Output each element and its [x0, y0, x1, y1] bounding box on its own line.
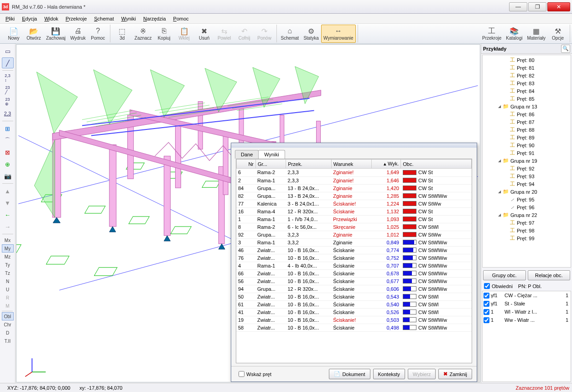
- result-row[interactable]: 66Zwiatr...10 - B 16,0x...Ściskanie0,678…: [236, 269, 472, 277]
- relacje-obc-button[interactable]: Relacje obc.: [528, 270, 571, 280]
- tool-down-icon[interactable]: ▼: [2, 197, 14, 208]
- result-row[interactable]: 50Zwiatr...10 - B 16,0x...Ściskanie0,543…: [236, 293, 472, 300]
- tree-item[interactable]: 工Pręt: 83: [484, 79, 570, 87]
- tool-dim3-icon[interactable]: 23⊕: [2, 96, 14, 107]
- tree-item[interactable]: 工Pręt: 99: [484, 234, 570, 242]
- tool-back-icon[interactable]: ←: [2, 209, 14, 220]
- col-1[interactable]: Gr...: [255, 160, 286, 169]
- nowy-button[interactable]: 📄Nowy: [4, 25, 24, 43]
- results-dialog[interactable]: Dane Wyniki NrGr...Przek.Warunek▴ Wyk.Ob…: [231, 143, 477, 382]
- tree-item[interactable]: 工Pręt: 86: [484, 110, 570, 118]
- tool-camera-icon[interactable]: 📷: [2, 170, 14, 181]
- usun-button[interactable]: ✖Usuń: [194, 25, 214, 43]
- load-cases-list[interactable]: γf1CW - Ciężar ...1γf1St - Stałe11Wl - W…: [482, 291, 571, 382]
- materialy-button[interactable]: ▦Materiały: [525, 25, 548, 43]
- left-tz[interactable]: Tz: [2, 269, 14, 277]
- result-row[interactable]: 56Zwiatr...10 - B 16,0x...Ściskanie0,677…: [236, 277, 472, 285]
- tool-fwd-icon[interactable]: →: [2, 221, 14, 232]
- result-row[interactable]: 76Zwiatr...10 - B 16,0x...Ściskanie0,752…: [236, 254, 472, 262]
- tool-dim2-icon[interactable]: 23╱: [2, 84, 14, 95]
- tree-item[interactable]: 工Pręt: 97: [484, 219, 570, 227]
- tree-item[interactable]: 工Pręt: 84: [484, 87, 570, 95]
- left-r[interactable]: R: [2, 294, 14, 302]
- menu-wyniki[interactable]: Wyniki: [119, 15, 139, 22]
- tree-item[interactable]: ◢📁Grupa nr 22: [484, 211, 570, 219]
- col-4[interactable]: ▴ Wyk.: [372, 160, 401, 169]
- cofnij-button[interactable]: ↶Cofnij: [234, 25, 255, 43]
- tree-item[interactable]: ◢📁Grupa nr 20: [484, 188, 570, 196]
- tool-dim4-icon[interactable]: 2,3: [2, 108, 14, 119]
- search-icon[interactable]: 🔍: [561, 45, 570, 53]
- tree-item[interactable]: 工Pręt: 81: [484, 64, 570, 72]
- left-d[interactable]: D: [2, 329, 14, 337]
- menu-schemat[interactable]: Schemat: [91, 15, 116, 22]
- load-check[interactable]: [484, 301, 489, 307]
- load-check[interactable]: [484, 293, 489, 299]
- tab-wyniki[interactable]: Wyniki: [258, 150, 285, 159]
- statyka-button[interactable]: ⚙Statyka: [301, 25, 321, 43]
- tree-item[interactable]: 工Pręt: 88: [484, 126, 570, 134]
- przekroje-button[interactable]: 工Przekroje: [480, 25, 504, 43]
- result-row[interactable]: 4Rama-14 - Ib 40,0x...Ściskanie0,707CW S…: [236, 262, 472, 269]
- tree-item[interactable]: 工Pręt: 91: [484, 149, 570, 157]
- tree-item[interactable]: 工Pręt: 93: [484, 172, 570, 180]
- left-t.ii[interactable]: T.II: [2, 337, 14, 345]
- tree-item[interactable]: ◢📁Grupa nr 19: [484, 157, 570, 165]
- tool-target-icon[interactable]: ⊕: [2, 159, 14, 170]
- pomoc-button[interactable]: ?Pomoc: [88, 25, 108, 43]
- dialog-titlebar[interactable]: [231, 143, 477, 148]
- result-row[interactable]: 3Rama-13,3,2Zginanie0,849CW StWlWw: [236, 238, 472, 246]
- load-check[interactable]: [484, 309, 489, 315]
- load-check[interactable]: [484, 317, 489, 323]
- grupy-obc-button[interactable]: Grupy obc.: [483, 270, 526, 280]
- tree-item[interactable]: 工Pręt: 89: [484, 134, 570, 141]
- tree-item[interactable]: 工Pręt: 82: [484, 72, 570, 79]
- tool-grid-icon[interactable]: ⊞: [2, 123, 14, 134]
- col-3[interactable]: Warunek: [331, 160, 371, 169]
- wydruk-button[interactable]: 🖨Wydruk: [68, 25, 88, 43]
- result-row[interactable]: 77Kalenica3 - B 24,0x1...Ściskanie!1,224…: [236, 200, 472, 207]
- dokument-button[interactable]: 📄Dokument: [329, 369, 370, 379]
- left-n[interactable]: N: [2, 277, 14, 285]
- result-row[interactable]: 1Rama-11 - IVb 74,0...Przewiązki1,093CW …: [236, 215, 472, 223]
- opcje-button[interactable]: ⚒Opcje: [548, 25, 568, 43]
- wskaz-pret-checkbox[interactable]: Wskaż pręt: [236, 370, 274, 378]
- tab-dane[interactable]: Dane: [235, 150, 259, 159]
- menu-narzędzia[interactable]: Narzędzia: [140, 15, 169, 22]
- left-m[interactable]: M: [2, 302, 14, 310]
- zachowaj-button[interactable]: 💾Zachowaj: [44, 25, 68, 43]
- tree-item[interactable]: 工Pręt: 92: [484, 165, 570, 172]
- powiel-button[interactable]: ⇆Powiel: [214, 25, 234, 43]
- tree-item[interactable]: ⟋Pręt: 96: [484, 203, 570, 211]
- obwiedni-checkbox[interactable]: [484, 283, 490, 289]
- tree-item[interactable]: 工Pręt: 80: [484, 56, 570, 64]
- zamknij-button[interactable]: ✖Zamknij: [438, 369, 472, 379]
- result-row[interactable]: 82Grupa...13 - B 24,0x...Zginanie1,285CW…: [236, 192, 472, 200]
- tool-cross-icon[interactable]: ⊠: [2, 147, 14, 158]
- col-5[interactable]: Obc.: [401, 160, 472, 169]
- menu-pliki[interactable]: Pliki: [3, 15, 17, 22]
- minimize-button[interactable]: —: [509, 2, 527, 11]
- katalogi-button[interactable]: 📚Katalogi: [504, 25, 525, 43]
- col-0[interactable]: Nr: [237, 160, 256, 169]
- result-row[interactable]: 61Zwiatr...10 - B 16,0x...Ściskanie0,540…: [236, 300, 472, 308]
- load-row[interactable]: 1Ww - Wiatr ...1: [483, 316, 571, 324]
- load-row[interactable]: 1Wl - Wiatr z l...1: [483, 308, 571, 316]
- tree-item[interactable]: 工Pręt: 94: [484, 180, 570, 188]
- result-row[interactable]: 84Grupa...13 - B 24,0x...Zginanie1,420CW…: [236, 184, 472, 192]
- tree-item[interactable]: 工Pręt: 98: [484, 227, 570, 234]
- menu-widok[interactable]: Widok: [42, 15, 61, 22]
- viewport-3d[interactable]: Dane Wyniki NrGr...Przek.Warunek▴ Wyk.Ob…: [16, 44, 480, 382]
- load-row[interactable]: γf1CW - Ciężar ...1: [483, 291, 571, 299]
- load-row[interactable]: γf1St - Stałe1: [483, 299, 571, 308]
- otworz-button[interactable]: 📂Otwórz: [24, 25, 44, 43]
- wklej-button[interactable]: 📋Wklej: [174, 25, 194, 43]
- zaznacz-button[interactable]: ※Zaznacz: [132, 25, 154, 43]
- wybierz-button[interactable]: Wybierz: [408, 369, 436, 379]
- menu-edycja[interactable]: Edycja: [19, 15, 40, 22]
- result-row[interactable]: 2Rama-12,3,3Zginanie!1,646CW St: [236, 176, 472, 184]
- tree-item[interactable]: 工Pręt: 87: [484, 118, 570, 126]
- tree-item[interactable]: 工Pręt: 85: [484, 95, 570, 103]
- left-mx[interactable]: Mx: [2, 236, 14, 244]
- result-row[interactable]: 92Grupa...3,2,3Zginanie1,012CW StWw: [236, 231, 472, 238]
